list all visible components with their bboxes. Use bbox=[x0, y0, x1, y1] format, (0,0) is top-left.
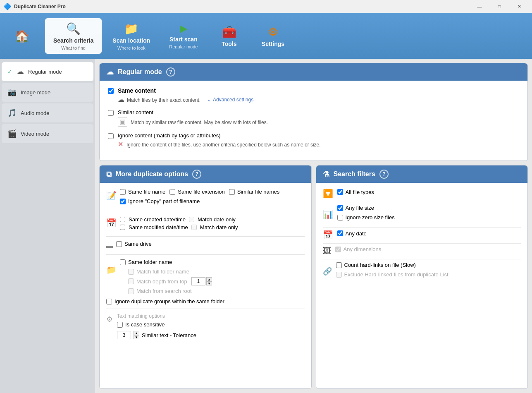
all-file-types-cb[interactable] bbox=[337, 189, 343, 195]
minimize-button[interactable]: — bbox=[470, 0, 489, 13]
music-icon: 🎵 bbox=[7, 108, 17, 117]
nav-search-criteria[interactable]: 🔍 Search criteria What to find bbox=[45, 18, 102, 54]
tolerance-up-btn[interactable]: ▲ bbox=[134, 331, 139, 335]
more-options-header: ⧉ More duplicate options ? bbox=[100, 165, 311, 183]
same-content-desc-row: ☁ Match files by their exact content. ⌄ … bbox=[118, 96, 253, 103]
fingerprint-icon: ☁ bbox=[17, 67, 24, 76]
nav-settings[interactable]: ⚙ Settings bbox=[252, 18, 293, 54]
same-drive-cb[interactable] bbox=[116, 241, 122, 247]
advanced-settings-btn[interactable]: ⌄ Advanced settings bbox=[207, 97, 253, 103]
nav-search-sub: What to find bbox=[61, 46, 86, 50]
depth-value-input[interactable]: 1 bbox=[191, 277, 205, 285]
any-date-row: Any date bbox=[337, 230, 367, 237]
created-date-row: Same created date/time Match date only bbox=[120, 216, 238, 223]
match-full-folder-cb[interactable] bbox=[128, 269, 134, 275]
app-title: Duplicate Cleaner Pro bbox=[14, 4, 66, 10]
file-size-icon: 📊 bbox=[323, 209, 333, 219]
match-from-root-cb[interactable] bbox=[128, 288, 134, 294]
more-options-help[interactable]: ? bbox=[192, 170, 201, 179]
match-date-only-modified-cb[interactable] bbox=[191, 225, 197, 230]
tolerance-input[interactable] bbox=[117, 331, 131, 339]
same-folder-cb[interactable] bbox=[120, 259, 126, 265]
check-icon: ✓ bbox=[7, 68, 12, 75]
search-filters-header: ⚗ Search filters ? bbox=[316, 165, 528, 183]
count-hardlinks-cb[interactable] bbox=[336, 262, 342, 268]
filter-icon: ⚗ bbox=[323, 170, 329, 179]
match-depth-label: Match depth from top bbox=[136, 278, 187, 285]
more-options-title: More duplicate options bbox=[116, 170, 188, 178]
ignore-dup-groups-cb[interactable] bbox=[106, 299, 112, 304]
file-type-icon: 🔽 bbox=[323, 189, 333, 199]
sidebar-item-image[interactable]: 📷 Image mode bbox=[2, 83, 93, 102]
any-file-size-cb[interactable] bbox=[337, 205, 343, 211]
text-matching-opts: Text matching options Is case sensitive … bbox=[117, 313, 196, 339]
any-file-size-row: Any file size bbox=[337, 205, 395, 211]
count-hardlinks-row: Count hard-links on file (Slow) bbox=[336, 262, 449, 268]
ignore-content-desc-row: ✕ Ignore the content of the files, use a… bbox=[118, 140, 321, 148]
match-from-root-row: Match from search root bbox=[128, 288, 212, 294]
case-sensitive-cb[interactable] bbox=[117, 322, 123, 328]
match-date-only-created-cb[interactable] bbox=[189, 217, 194, 222]
nav-start-scan[interactable]: ▶ Start scan Regular mode bbox=[161, 18, 206, 54]
tolerance-down-btn[interactable]: ▼ bbox=[134, 335, 139, 339]
any-date-cb[interactable] bbox=[337, 230, 343, 236]
nav-scan-sub: Where to look bbox=[117, 46, 146, 50]
same-ext-cb[interactable] bbox=[169, 189, 175, 195]
ignore-dup-groups-row: Ignore duplicate groups within the same … bbox=[106, 298, 305, 304]
any-date-label: Any date bbox=[346, 230, 367, 237]
any-dimensions-cb[interactable] bbox=[335, 247, 341, 252]
nav-tools[interactable]: 🧰 Tools bbox=[208, 18, 250, 54]
text-matching-label: Text matching options bbox=[117, 313, 196, 319]
ignore-content-label: Ignore content (match by tags or attribu… bbox=[118, 132, 221, 139]
search-filters-help[interactable]: ? bbox=[379, 170, 389, 179]
similar-names-label: Similar file names bbox=[237, 189, 280, 195]
search-filters-title: Search filters bbox=[334, 170, 375, 178]
exclude-hardlinked-cb[interactable] bbox=[336, 272, 342, 278]
regular-mode-help[interactable]: ? bbox=[166, 67, 175, 77]
any-dimensions-item: 🖼 Any dimensions bbox=[323, 246, 521, 256]
title-bar: 🔷 Duplicate Cleaner Pro — □ ✕ bbox=[0, 0, 532, 13]
ignore-content-checkbox[interactable] bbox=[108, 133, 114, 139]
app-icon: 🔷 bbox=[3, 2, 12, 10]
camera-icon: 📷 bbox=[7, 88, 17, 97]
nav-bar: 🏠 🔍 Search criteria What to find 📁 Scan … bbox=[0, 13, 532, 59]
close-button[interactable]: ✕ bbox=[510, 0, 529, 13]
fingerprint-header-icon: ☁ bbox=[106, 67, 114, 77]
sidebar-video-label: Video mode bbox=[21, 131, 49, 137]
sidebar-item-audio[interactable]: 🎵 Audio mode bbox=[2, 103, 93, 122]
match-depth-cb[interactable] bbox=[128, 278, 134, 284]
filter-sep3 bbox=[323, 243, 521, 244]
ignore-copy-label: Ignore "Copy" part of filename bbox=[128, 198, 200, 204]
settings-icon: ⚙ bbox=[268, 25, 278, 39]
same-created-cb[interactable] bbox=[120, 217, 125, 222]
spinner-up-btn[interactable]: ▲ bbox=[206, 277, 212, 281]
ignore-copy-cb[interactable] bbox=[120, 199, 126, 204]
folder-options: Same folder name Match full folder name … bbox=[120, 259, 212, 295]
spinner-down-btn[interactable]: ▼ bbox=[206, 281, 212, 285]
same-content-inner: Same content bbox=[118, 87, 253, 94]
main-content: ✓ ☁ Regular mode 📷 Image mode 🎵 Audio mo… bbox=[0, 59, 532, 393]
similar-content-icon: ▣ bbox=[118, 117, 127, 127]
ignore-zero-size-label: Ignore zero size files bbox=[346, 214, 395, 220]
folder-section: 📁 Same folder name Match full folder nam… bbox=[106, 259, 305, 295]
same-modified-label: Same modified date/time bbox=[129, 224, 188, 230]
nav-scan-location[interactable]: 📁 Scan location Where to look bbox=[104, 18, 158, 54]
same-content-checkbox[interactable] bbox=[108, 88, 114, 94]
sep4 bbox=[106, 309, 305, 309]
ignore-zero-size-row: Ignore zero size files bbox=[337, 214, 395, 220]
ignore-zero-size-cb[interactable] bbox=[337, 215, 343, 220]
home-icon: 🏠 bbox=[15, 29, 29, 43]
sidebar-item-regular[interactable]: ✓ ☁ Regular mode bbox=[2, 62, 93, 81]
sidebar-item-video[interactable]: 🎬 Video mode bbox=[2, 124, 93, 143]
similar-names-cb[interactable] bbox=[229, 189, 235, 195]
same-modified-cb[interactable] bbox=[120, 225, 125, 230]
any-file-size-label: Any file size bbox=[346, 205, 374, 211]
same-file-name-cb[interactable] bbox=[120, 189, 126, 195]
nav-home[interactable]: 🏠 bbox=[1, 18, 43, 54]
maximize-button[interactable]: □ bbox=[490, 0, 509, 13]
hardlink-icon: 🔗 bbox=[323, 267, 332, 276]
regular-mode-title: Regular mode bbox=[118, 68, 162, 76]
regular-mode-header: ☁ Regular mode ? bbox=[100, 63, 527, 81]
similar-content-checkbox[interactable] bbox=[108, 110, 114, 116]
nav-tools-title: Tools bbox=[222, 41, 236, 47]
